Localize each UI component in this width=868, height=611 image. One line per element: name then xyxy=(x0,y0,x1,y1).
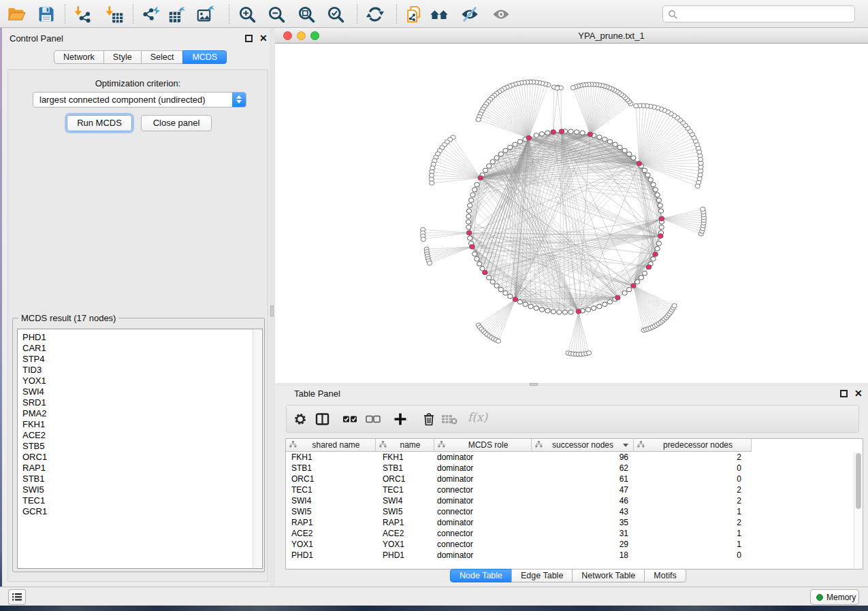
result-item[interactable]: STB1 xyxy=(22,474,262,484)
tab-node-table[interactable]: Node Table xyxy=(450,569,512,582)
window-minimize-icon[interactable] xyxy=(297,31,306,40)
list-scrollbar[interactable] xyxy=(253,330,261,567)
show-all-icon[interactable] xyxy=(492,5,511,24)
cell: TEC1 xyxy=(376,485,434,496)
zoom-in-icon[interactable] xyxy=(238,5,257,24)
float-panel-icon[interactable] xyxy=(245,35,253,42)
table-row[interactable]: RAP1RAP1dominator352 xyxy=(286,518,752,529)
result-item[interactable]: SWI5 xyxy=(22,484,262,495)
close-panel-button[interactable]: Close panel xyxy=(141,115,212,131)
table-row[interactable]: ACE2ACE2connector311 xyxy=(286,529,752,540)
table-body: FKH1FKH1dominator962STB1STB1dominator620… xyxy=(286,452,752,561)
float-panel-icon[interactable] xyxy=(840,390,848,397)
deselect-all-icon[interactable] xyxy=(366,412,382,429)
sort-indicator-icon xyxy=(623,444,628,447)
cell: FKH1 xyxy=(286,452,376,463)
result-item[interactable]: ACE2 xyxy=(22,430,262,441)
export-image-icon[interactable] xyxy=(197,5,216,24)
network-window-titlebar[interactable]: YPA_prune.txt_1 xyxy=(275,28,868,44)
result-item[interactable]: YOX1 xyxy=(22,376,262,386)
task-history-button[interactable] xyxy=(8,589,26,605)
function-builder-icon[interactable]: f(x) xyxy=(468,410,487,424)
result-item[interactable]: FKH1 xyxy=(22,419,262,430)
column-header-successor-nodes[interactable]: successor nodes xyxy=(532,439,634,452)
delete-column-icon[interactable] xyxy=(422,412,436,429)
search-input[interactable] xyxy=(662,5,855,22)
table-row[interactable]: FKH1FKH1dominator962 xyxy=(286,452,752,463)
zoom-selected-icon[interactable] xyxy=(326,5,345,24)
column-header-predecessor-nodes[interactable]: predecessor nodes xyxy=(634,439,752,452)
close-panel-icon[interactable]: ✕ xyxy=(854,389,863,398)
column-header-shared-name[interactable]: shared name xyxy=(286,439,376,452)
criterion-dropdown[interactable]: largest connected component (undirected) xyxy=(33,92,246,108)
table-row[interactable]: TEC1TEC1connector472 xyxy=(286,485,752,496)
result-item[interactable]: STP4 xyxy=(22,354,262,365)
cell: 46 xyxy=(532,496,634,507)
open-session-icon[interactable] xyxy=(7,5,26,24)
result-item[interactable]: GCR1 xyxy=(22,506,262,517)
zoom-fit-icon[interactable] xyxy=(297,5,316,24)
scrollbar-thumb[interactable] xyxy=(856,453,861,509)
table-row[interactable]: ORC1ORC1dominator610 xyxy=(286,474,752,485)
close-panel-icon[interactable]: ✕ xyxy=(259,33,268,43)
run-mcds-button[interactable]: Run MCDS xyxy=(67,115,132,131)
result-item[interactable]: SWI4 xyxy=(22,386,262,397)
refresh-icon[interactable] xyxy=(366,5,385,24)
tab-motifs[interactable]: Motifs xyxy=(644,569,686,582)
import-network-icon[interactable] xyxy=(74,5,93,24)
export-table-icon[interactable] xyxy=(168,5,187,24)
table-row[interactable]: STB1STB1dominator620 xyxy=(286,463,752,474)
network-view-window: YPA_prune.txt_1 xyxy=(275,28,868,383)
result-item[interactable]: ORC1 xyxy=(22,452,262,463)
memory-button[interactable]: Memory xyxy=(810,589,859,605)
result-item[interactable]: SRD1 xyxy=(22,397,262,408)
table-row[interactable]: PHD1PHD1dominator180 xyxy=(286,550,752,561)
result-item[interactable]: TEC1 xyxy=(22,495,262,506)
result-item[interactable]: TID3 xyxy=(22,365,262,376)
toggle-panels-icon[interactable] xyxy=(315,412,330,429)
add-column-icon[interactable] xyxy=(393,412,407,429)
tab-style[interactable]: Style xyxy=(103,50,142,64)
window-close-icon[interactable] xyxy=(283,31,292,40)
import-table-icon[interactable] xyxy=(105,5,124,24)
zoom-out-icon[interactable] xyxy=(267,5,286,24)
application-window: Control Panel ✕ NetworkStyleSelectMCDS O… xyxy=(0,0,868,611)
vertical-splitter[interactable] xyxy=(270,28,275,587)
result-item[interactable]: CAR1 xyxy=(22,343,262,354)
network-graph[interactable] xyxy=(275,44,868,383)
table-row[interactable]: SWI4SWI4dominator462 xyxy=(286,496,752,507)
mcds-panel: Optimization criterion: largest connecte… xyxy=(7,69,268,582)
hide-selected-icon[interactable] xyxy=(460,5,479,24)
tab-select[interactable]: Select xyxy=(141,50,184,64)
tab-network-table[interactable]: Network Table xyxy=(572,569,645,582)
column-header-MCDS-role[interactable]: MCDS role xyxy=(434,439,532,452)
splitter-grip[interactable] xyxy=(270,306,274,316)
column-header-name[interactable]: name xyxy=(376,439,434,452)
tab-edge-table[interactable]: Edge Table xyxy=(511,569,573,582)
tab-network[interactable]: Network xyxy=(54,50,104,64)
table-row[interactable]: SWI5SWI5connector431 xyxy=(286,507,752,518)
settings-gear-icon[interactable] xyxy=(293,412,307,429)
tree-icon xyxy=(286,440,297,450)
table-row[interactable]: YOX1YOX1connector291 xyxy=(286,540,752,550)
copy-current-style-icon[interactable] xyxy=(404,5,423,24)
mcds-result-list[interactable]: PHD1CAR1STP4TID3YOX1SWI4SRD1PMA2FKH1ACE2… xyxy=(17,329,263,569)
table-scrollbar[interactable] xyxy=(854,452,862,568)
tree-icon xyxy=(532,440,543,450)
export-network-icon[interactable] xyxy=(141,5,160,24)
select-all-icon[interactable] xyxy=(342,412,359,429)
result-item[interactable]: PHD1 xyxy=(22,332,262,343)
cell: ORC1 xyxy=(376,474,434,485)
save-session-icon[interactable] xyxy=(37,5,56,24)
cell: 35 xyxy=(532,518,634,529)
cell: 1 xyxy=(634,540,752,550)
result-item[interactable]: PMA2 xyxy=(22,408,262,419)
first-neighbors-icon[interactable] xyxy=(430,5,449,24)
window-zoom-icon[interactable] xyxy=(310,31,319,40)
clear-table-icon[interactable] xyxy=(441,412,459,429)
list-icon xyxy=(9,590,25,604)
result-item[interactable]: STB5 xyxy=(22,441,262,452)
tab-mcds[interactable]: MCDS xyxy=(182,50,227,64)
cell: ACE2 xyxy=(376,529,434,540)
result-item[interactable]: RAP1 xyxy=(22,463,262,474)
